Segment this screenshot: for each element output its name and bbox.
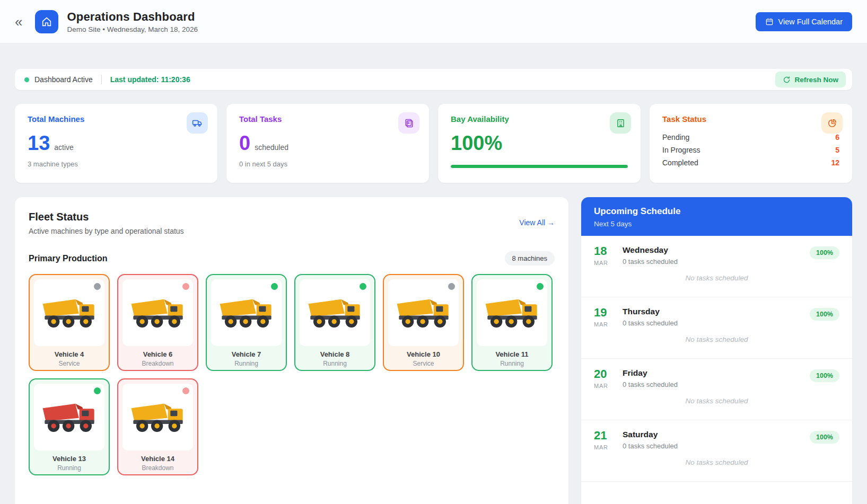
date-month: MAR	[594, 260, 621, 266]
vehicle-status-dot	[271, 283, 278, 290]
tasks-scheduled-text: 0 tasks scheduled	[623, 258, 678, 266]
vehicle-illustration	[128, 297, 188, 329]
task-status-card: Task Status Pending 6 In Progress 5 Comp…	[650, 104, 852, 183]
date-number: 18	[594, 245, 621, 257]
vehicle-status-dot	[537, 283, 544, 290]
vehicle-illustration	[40, 401, 99, 433]
inprogress-value: 5	[835, 146, 839, 154]
pending-label: Pending	[662, 133, 689, 142]
machines-unit: active	[54, 143, 74, 152]
no-tasks-note: No tasks scheduled	[594, 274, 839, 282]
last-updated-text: Last updated: 11:20:36	[110, 75, 190, 84]
vehicle-grid: Vehicle 4 Service Vehicle 6 Breakdown	[29, 274, 555, 475]
day-name: Thursday	[623, 307, 678, 316]
vehicle-illustration	[483, 297, 542, 329]
vehicle-card-11[interactable]: Vehicle 11 Running	[471, 274, 553, 371]
schedule-date: 20 MAR	[594, 368, 621, 389]
tasks-unit: scheduled	[255, 143, 288, 152]
pie-chart-icon	[827, 118, 837, 128]
vehicle-card-13[interactable]: Vehicle 13 Running	[29, 378, 110, 475]
schedule-subtitle: Next 5 days	[594, 220, 839, 228]
vehicle-card-14[interactable]: Vehicle 14 Breakdown	[117, 378, 198, 475]
schedule-date: 21 MAR	[594, 430, 621, 450]
task-status-row-pending: Pending 6	[662, 131, 839, 144]
no-tasks-note: No tasks scheduled	[594, 458, 839, 466]
schedule-row-wednesday[interactable]: 18 MAR Wednesday 0 tasks scheduled 100% …	[581, 236, 852, 297]
view-full-calendar-button[interactable]: View Full Calendar	[756, 12, 852, 31]
machines-icon-chip	[187, 112, 208, 134]
building-icon	[616, 118, 626, 128]
vehicle-image	[300, 279, 370, 346]
bays-percent: 100%	[451, 133, 502, 153]
tasks-scheduled-text: 0 tasks scheduled	[623, 319, 678, 327]
schedule-date: 18 MAR	[594, 245, 621, 266]
schedule-row-friday[interactable]: 20 MAR Friday 0 tasks scheduled 100% No …	[581, 359, 852, 420]
bay-availability-label: Bay Availability	[451, 114, 628, 123]
vehicle-image	[122, 384, 193, 450]
top-header: « Operations Dashboard Demo Site • Wedne…	[0, 0, 867, 43]
vehicle-card-8[interactable]: Vehicle 8 Running	[294, 274, 375, 371]
fleet-heading: Fleet Status Active machines by type and…	[29, 211, 184, 235]
schedule-day-info: Wednesday 0 tasks scheduled	[623, 245, 678, 266]
vehicle-name: Vehicle 10	[384, 350, 463, 358]
schedule-header: Upcoming Schedule Next 5 days	[581, 197, 852, 236]
vehicle-name: Vehicle 7	[207, 350, 286, 358]
schedule-date: 19 MAR	[594, 307, 621, 328]
refresh-now-button[interactable]: Refresh Now	[775, 72, 846, 87]
availability-badge: 100%	[810, 246, 839, 259]
vehicle-image	[477, 279, 547, 346]
date-number: 21	[594, 430, 621, 441]
vehicle-illustration	[305, 297, 365, 329]
status-bar: Dashboard Active Last updated: 11:20:36 …	[15, 69, 852, 90]
truck-icon	[192, 118, 203, 128]
group-title-primary-production: Primary Production	[29, 254, 107, 263]
schedule-title: Upcoming Schedule	[594, 206, 839, 217]
vehicle-card-4[interactable]: Vehicle 4 Service	[29, 274, 110, 371]
clipboard-icon	[404, 118, 414, 128]
tasks-subtext: 0 in next 5 days	[239, 160, 416, 168]
task-status-rows: Pending 6 In Progress 5 Completed 12	[662, 131, 839, 169]
vehicle-status: Service	[384, 360, 463, 367]
active-status-dot	[24, 77, 29, 82]
vehicle-card-7[interactable]: Vehicle 7 Running	[206, 274, 287, 371]
task-status-row-inprogress: In Progress 5	[662, 144, 839, 156]
refresh-icon	[783, 76, 791, 84]
vehicle-name: Vehicle 6	[118, 350, 197, 358]
sidebar-collapse-icon[interactable]: «	[15, 15, 22, 29]
task-status-icon-chip	[821, 112, 843, 134]
upcoming-schedule-panel: Upcoming Schedule Next 5 days 18 MAR Wed…	[581, 197, 852, 504]
vehicle-image	[34, 279, 104, 346]
vehicle-illustration	[394, 297, 453, 329]
tasks-count: 0	[239, 133, 250, 153]
date-month: MAR	[594, 321, 621, 328]
tasks-scheduled-text: 0 tasks scheduled	[623, 381, 678, 388]
vehicle-status-dot	[94, 387, 101, 394]
date-month: MAR	[594, 444, 621, 450]
fleet-status-card: Fleet Status Active machines by type and…	[15, 197, 568, 504]
vehicle-status: Running	[207, 360, 286, 367]
vehicle-status: Breakdown	[118, 360, 197, 367]
page-heading: Operations Dashboard Demo Site • Wednesd…	[67, 10, 198, 33]
date-month: MAR	[594, 383, 621, 389]
day-name: Friday	[623, 368, 678, 378]
completed-label: Completed	[662, 158, 698, 167]
fleet-status-title: Fleet Status	[29, 211, 184, 223]
total-machines-label: Total Machines	[28, 114, 205, 123]
vehicle-card-10[interactable]: Vehicle 10 Service	[383, 274, 464, 371]
view-all-link[interactable]: View All →	[519, 218, 555, 227]
no-tasks-note: No tasks scheduled	[594, 397, 839, 405]
vehicle-card-6[interactable]: Vehicle 6 Breakdown	[117, 274, 198, 371]
vehicle-status-dot	[360, 283, 366, 290]
day-name: Saturday	[623, 430, 678, 439]
tasks-scheduled-text: 0 tasks scheduled	[623, 442, 678, 450]
vehicle-illustration	[40, 297, 99, 329]
schedule-row-thursday[interactable]: 19 MAR Thursday 0 tasks scheduled 100% N…	[581, 297, 852, 359]
schedule-row-saturday[interactable]: 21 MAR Saturday 0 tasks scheduled 100% N…	[581, 420, 852, 482]
schedule-day-info: Saturday 0 tasks scheduled	[623, 430, 678, 450]
home-icon[interactable]	[35, 10, 58, 33]
bays-icon-chip	[610, 112, 631, 134]
vehicle-status: Service	[30, 360, 109, 367]
vehicle-image	[211, 279, 282, 346]
vehicle-name: Vehicle 4	[30, 350, 109, 358]
schedule-day-info: Friday 0 tasks scheduled	[623, 368, 678, 388]
